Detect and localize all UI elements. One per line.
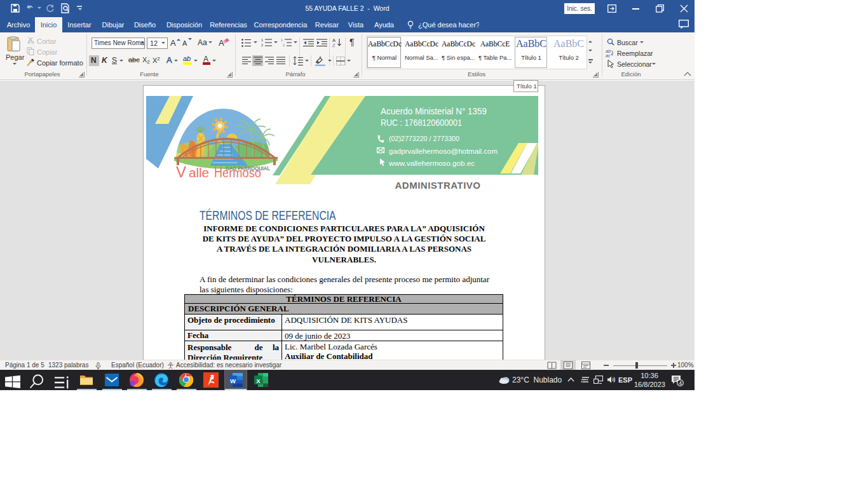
svg-text:Acuerdo Ministerial N° 1359: Acuerdo Ministerial N° 1359: [381, 106, 487, 116]
svg-text:ermoso: ermoso: [222, 166, 261, 180]
svg-text:www.vallehermoso.gob.ec: www.vallehermoso.gob.ec: [388, 159, 475, 167]
svg-text:H: H: [214, 163, 222, 180]
svg-text:2: 2: [283, 43, 285, 47]
svg-text:W: W: [230, 377, 236, 384]
svg-text:ab: ab: [606, 49, 611, 53]
svg-text:A: A: [219, 38, 224, 47]
svg-text:V: V: [176, 163, 186, 180]
svg-text:1: 1: [261, 38, 263, 42]
svg-text:alle: alle: [189, 166, 209, 180]
svg-text:X: X: [256, 377, 261, 384]
svg-text:RUC : 1768120600001: RUC : 1768120600001: [381, 118, 462, 128]
svg-text:ac: ac: [606, 53, 611, 57]
svg-text:1: 1: [281, 38, 283, 42]
svg-text:(02)2773220 / 2773300: (02)2773220 / 2773300: [389, 135, 459, 142]
svg-text:4: 4: [679, 380, 682, 386]
svg-text:gadprvallehermoso@hotmail.com: gadprvallehermoso@hotmail.com: [389, 147, 498, 155]
svg-text:Z: Z: [332, 43, 336, 48]
svg-text:2: 2: [261, 43, 263, 47]
